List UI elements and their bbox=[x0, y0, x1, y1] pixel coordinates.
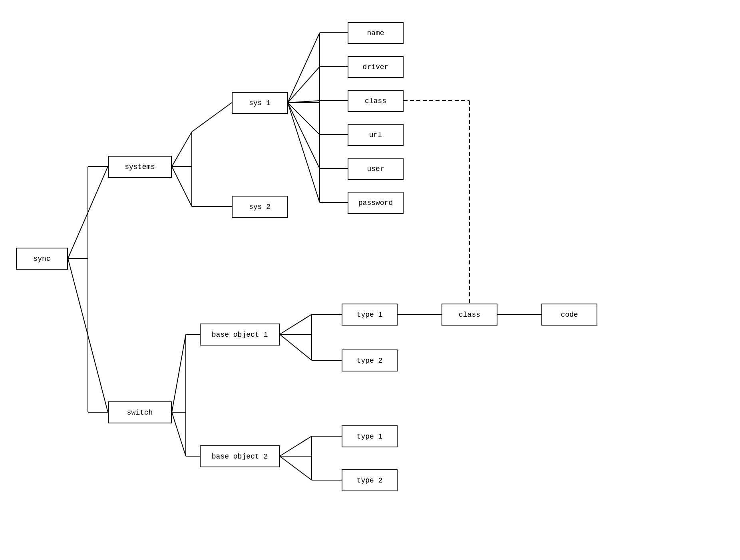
svg-line-6 bbox=[172, 132, 192, 167]
svg-line-29 bbox=[172, 334, 186, 412]
class-sys-node: class bbox=[348, 90, 404, 112]
svg-line-10 bbox=[192, 103, 232, 132]
svg-line-15 bbox=[288, 103, 320, 135]
sync-node: sync bbox=[16, 248, 68, 270]
name-node: name bbox=[348, 22, 404, 44]
switch-node: switch bbox=[108, 401, 172, 423]
baseobj2-node: base object 2 bbox=[200, 445, 280, 467]
url-node: url bbox=[348, 124, 404, 146]
type2-b1-node: type 2 bbox=[342, 350, 398, 371]
class-type1-node: class bbox=[442, 304, 497, 326]
code-node: code bbox=[541, 304, 597, 326]
type1-b1-node: type 1 bbox=[342, 304, 398, 326]
svg-line-14 bbox=[288, 101, 320, 103]
sys1-node: sys 1 bbox=[232, 92, 288, 114]
sys2-node: sys 2 bbox=[232, 196, 288, 218]
type2-b2-node: type 2 bbox=[342, 469, 398, 491]
svg-line-35 bbox=[280, 314, 312, 334]
driver-node: driver bbox=[348, 56, 404, 78]
svg-line-1 bbox=[68, 258, 108, 412]
user-node: user bbox=[348, 158, 404, 180]
svg-line-16 bbox=[288, 103, 320, 169]
password-node: password bbox=[348, 192, 404, 214]
svg-line-17 bbox=[288, 103, 320, 203]
svg-line-12 bbox=[288, 33, 320, 103]
svg-line-42 bbox=[280, 456, 312, 480]
svg-line-30 bbox=[172, 412, 186, 456]
svg-line-13 bbox=[288, 67, 320, 103]
svg-line-7 bbox=[172, 167, 192, 207]
svg-line-0 bbox=[68, 167, 108, 258]
systems-node: systems bbox=[108, 156, 172, 178]
svg-line-36 bbox=[280, 334, 312, 360]
svg-line-41 bbox=[280, 436, 312, 456]
baseobj1-node: base object 1 bbox=[200, 324, 280, 346]
diagram: sync systems switch sys 1 sys 2 name dri… bbox=[0, 0, 740, 560]
type1-b2-node: type 1 bbox=[342, 425, 398, 447]
